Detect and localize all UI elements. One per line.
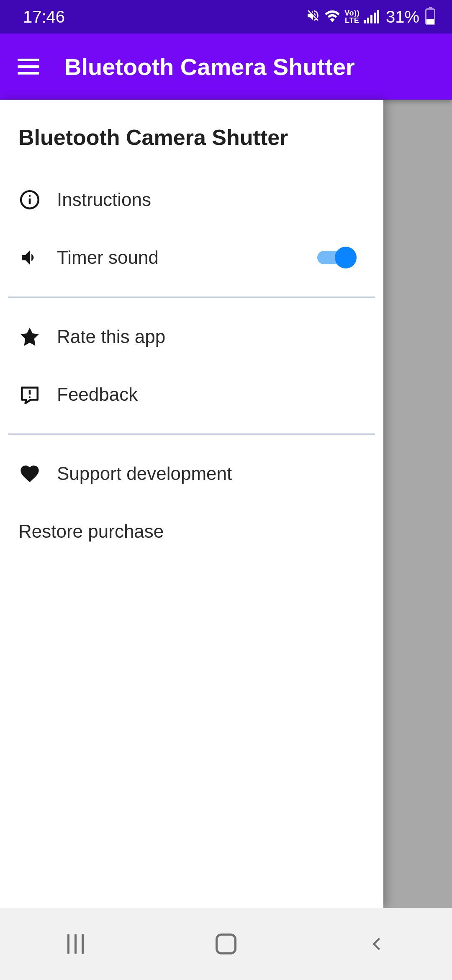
drawer-item-label: Instructions (57, 189, 365, 210)
star-icon (18, 325, 41, 348)
drawer-item-label: Timer sound (57, 247, 317, 268)
svg-point-4 (29, 396, 31, 398)
drawer-item-label: Support development (57, 463, 365, 484)
drawer-item-label: Rate this app (57, 326, 365, 347)
volume-icon (18, 246, 41, 269)
timer-sound-toggle[interactable] (317, 247, 357, 268)
signal-icon (364, 10, 379, 23)
app-title: Bluetooth Camera Shutter (64, 53, 355, 80)
wifi-icon (324, 8, 340, 26)
app-bar: Bluetooth Camera Shutter (0, 34, 452, 100)
navigation-drawer: Bluetooth Camera Shutter Instructions Ti… (0, 100, 383, 908)
status-time: 17:46 (23, 8, 65, 26)
nav-home-button[interactable] (188, 923, 264, 965)
heart-icon (18, 462, 41, 485)
info-icon (18, 188, 41, 211)
system-nav-bar (0, 908, 452, 980)
vibrate-off-icon (306, 8, 320, 26)
drawer-item-restore-purchase[interactable]: Restore purchase (0, 503, 383, 560)
recents-icon (67, 934, 84, 954)
battery-percentage: 31% (386, 8, 419, 26)
drawer-item-timer-sound[interactable]: Timer sound (0, 229, 383, 286)
home-icon (216, 934, 236, 954)
drawer-item-label: Restore purchase (18, 521, 365, 542)
battery-icon (425, 8, 435, 25)
svg-point-2 (29, 195, 31, 197)
nav-recents-button[interactable] (38, 923, 113, 965)
status-right: Vo)) LTE 31% (306, 8, 435, 26)
menu-icon[interactable] (18, 59, 39, 75)
status-bar: 17:46 Vo)) LTE 31% (0, 0, 452, 34)
drawer-item-label: Feedback (57, 384, 365, 405)
divider (8, 297, 375, 298)
divider (8, 433, 375, 435)
volte-icon: Vo)) LTE (344, 9, 360, 24)
back-icon (368, 934, 385, 954)
drawer-item-instructions[interactable]: Instructions (0, 171, 383, 229)
feedback-icon (18, 383, 41, 406)
drawer-title: Bluetooth Camera Shutter (0, 100, 383, 171)
drawer-item-feedback[interactable]: Feedback (0, 366, 383, 423)
nav-back-button[interactable] (339, 923, 414, 965)
drawer-item-rate[interactable]: Rate this app (0, 308, 383, 366)
drawer-item-support[interactable]: Support development (0, 445, 383, 503)
